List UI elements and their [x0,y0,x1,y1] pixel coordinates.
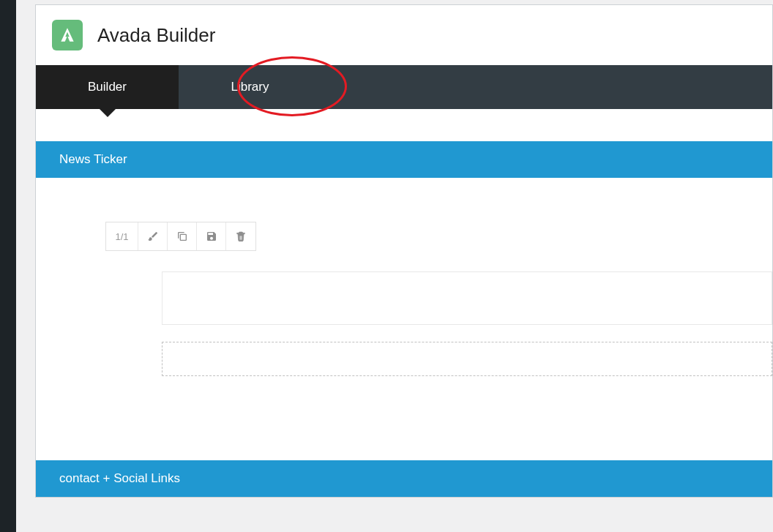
svg-rect-2 [241,236,242,239]
tabs-bar: Builder Library [36,65,772,109]
section-title-contact-social: contact + Social Links [59,471,180,485]
save-icon [206,231,217,242]
section-header-contact-social[interactable]: contact + Social Links [36,460,772,497]
content-area: News Ticker 1/1 [36,109,772,497]
paintbrush-icon [147,231,159,242]
column-size-label: 1/1 [106,222,138,250]
edit-button[interactable] [138,222,168,250]
avada-logo-icon [52,20,83,50]
section-spacer [36,413,772,460]
main-panel: Avada Builder Builder Library News Ticke… [35,4,773,498]
app-title: Avada Builder [97,24,215,47]
trash-icon [235,231,247,242]
tab-builder[interactable]: Builder [36,65,179,109]
svg-rect-0 [180,234,186,240]
header-bar: Avada Builder [36,5,772,65]
clone-button[interactable] [168,222,197,250]
element-dropzone[interactable] [162,342,772,376]
tab-library-label: Library [231,80,269,94]
column-content-box[interactable] [162,271,772,325]
section-header-news-ticker[interactable]: News Ticker [36,141,772,178]
delete-button[interactable] [226,222,255,250]
tab-builder-label: Builder [88,80,127,94]
element-toolbar: 1/1 [105,222,256,251]
section-body-news-ticker: 1/1 [36,178,772,413]
section-title-news-ticker: News Ticker [59,152,127,166]
copy-icon [176,231,188,242]
avada-logo-svg [58,26,77,45]
outer-panel: Avada Builder Builder Library News Ticke… [16,0,773,532]
svg-rect-1 [240,236,241,239]
tab-library[interactable]: Library [179,65,321,109]
save-button[interactable] [197,222,226,250]
